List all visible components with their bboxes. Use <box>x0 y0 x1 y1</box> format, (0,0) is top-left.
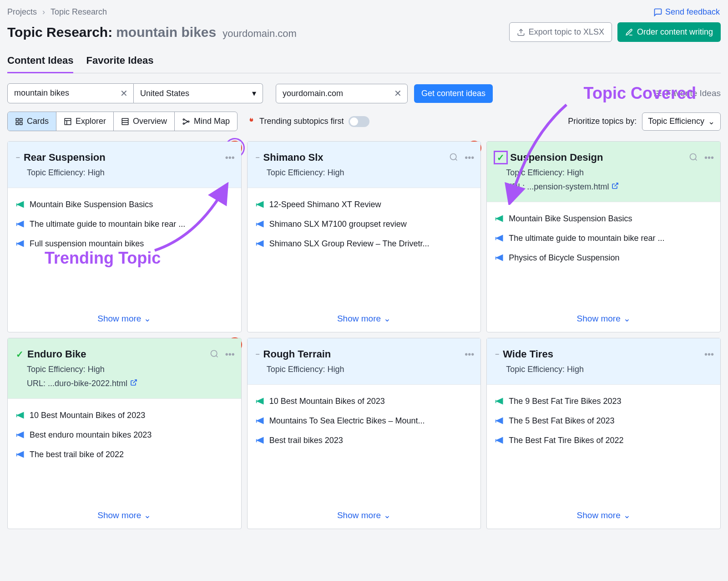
headline-text: Full suspension mountain bikes <box>30 239 144 249</box>
headline-item[interactable]: The best trail bike of 2022 <box>16 450 233 459</box>
show-more-link[interactable]: Show more ⌄ <box>256 304 473 324</box>
headline-item[interactable]: Best trail bikes 2023 <box>256 436 473 445</box>
breadcrumb-current: Topic Research <box>51 7 107 17</box>
order-label: Order content writing <box>637 27 713 37</box>
svg-line-27 <box>133 380 136 383</box>
title-query: mountain bikes <box>116 25 216 40</box>
tab-favorite-ideas[interactable]: Favorite Ideas <box>86 55 153 73</box>
megaphone-icon <box>495 397 504 406</box>
clear-topic-icon[interactable]: ✕ <box>120 88 128 99</box>
headline-item[interactable]: Shimano SLX M7100 groupset review <box>256 219 473 229</box>
svg-line-23 <box>455 159 457 161</box>
external-link-icon <box>612 182 619 192</box>
clear-domain-icon[interactable]: ✕ <box>394 88 402 99</box>
headline-item[interactable]: 10 Best Mountain Bikes of 2023 <box>256 397 473 406</box>
send-feedback-link[interactable]: Send feedback <box>653 7 720 17</box>
megaphone-icon <box>16 430 25 439</box>
svg-rect-7 <box>16 118 18 121</box>
headline-text: The 5 Best Fat Bikes of 2023 <box>509 416 614 426</box>
trending-toggle-label: Trending subtopics first <box>259 117 344 126</box>
view-overview-label: Overview <box>133 117 167 126</box>
headline-item[interactable]: Mountain Bike Suspension Basics <box>16 200 233 209</box>
chevron-down-icon: ⌄ <box>384 510 391 520</box>
view-explorer[interactable]: Explorer <box>56 112 114 131</box>
prioritize-select[interactable]: Topic Efficiency ⌄ <box>642 112 721 131</box>
headline-item[interactable]: The 9 Best Fat Tire Bikes 2023 <box>495 397 712 406</box>
show-more-link[interactable]: Show more ⌄ <box>16 501 233 520</box>
show-more-link[interactable]: Show more ⌄ <box>495 501 712 520</box>
prioritize-value: Topic Efficiency <box>648 117 704 126</box>
domain-input[interactable]: yourdomain.com ✕ <box>276 84 408 103</box>
card-body: The 9 Best Fat Tire Bikes 2023 The 5 Bes… <box>487 385 720 529</box>
more-icon[interactable]: ••• <box>704 153 714 164</box>
headline-item[interactable]: Shimano SLX Group Review – The Drivetr..… <box>256 239 473 249</box>
view-explorer-label: Explorer <box>76 117 106 126</box>
favorite-ideas-link[interactable]: Favorite Ideas <box>653 88 721 98</box>
topic-card: ✓ Enduro Bike Topic Efficiency: High URL… <box>7 338 242 529</box>
export-xlsx-button[interactable]: Export topic to XLSX <box>509 22 612 42</box>
headline-text: Best trail bikes 2023 <box>269 436 343 445</box>
show-more-link[interactable]: Show more ⌄ <box>256 501 473 520</box>
headline-item[interactable]: The 5 Best Fat Bikes of 2023 <box>495 416 712 426</box>
card-efficiency: Topic Efficiency: High <box>27 365 233 374</box>
svg-line-20 <box>184 119 188 122</box>
chevron-right-icon: › <box>42 7 45 17</box>
favorite-link-label: Favorite Ideas <box>666 88 721 98</box>
headline-text: Mountains To Sea Electric Bikes – Mount.… <box>269 416 425 426</box>
megaphone-icon <box>495 253 504 262</box>
breadcrumb-root[interactable]: Projects <box>7 7 37 17</box>
topic-input[interactable]: mountain bikes ✕ <box>7 83 134 103</box>
more-icon[interactable]: ••• <box>225 153 235 163</box>
search-icon[interactable] <box>449 153 458 164</box>
megaphone-icon <box>256 416 265 425</box>
view-cards[interactable]: Cards <box>8 112 56 131</box>
svg-point-22 <box>450 154 456 160</box>
headline-item[interactable]: Physics of Bicycle Suspension <box>495 253 712 263</box>
more-icon[interactable]: ••• <box>225 349 235 361</box>
chevron-down-icon: ⌄ <box>384 313 391 324</box>
headline-item[interactable]: Mountain Bike Suspension Basics <box>495 214 712 224</box>
headline-item[interactable]: The ultimate guide to mountain bike rear… <box>16 219 233 229</box>
headline-item[interactable]: Full suspension mountain bikes <box>16 239 233 249</box>
headline-text: The Best Fat Tire Bikes of 2022 <box>509 436 623 445</box>
chevron-down-icon: ⌄ <box>623 313 631 324</box>
headline-text: Best enduro mountain bikes 2023 <box>30 430 152 440</box>
search-icon[interactable] <box>210 349 219 361</box>
view-cards-label: Cards <box>27 117 49 126</box>
megaphone-icon <box>495 416 504 425</box>
search-icon[interactable] <box>689 153 698 164</box>
headline-item[interactable]: The ultimate guide to mountain bike rear… <box>495 234 712 243</box>
headline-item[interactable]: Mountains To Sea Electric Bikes – Mount.… <box>256 416 473 426</box>
show-more-link[interactable]: Show more ⌄ <box>495 304 712 324</box>
view-overview[interactable]: Overview <box>114 112 175 131</box>
chevron-down-icon: ⌄ <box>708 117 715 127</box>
order-content-button[interactable]: Order content writing <box>617 22 721 42</box>
trending-toggle[interactable] <box>349 116 369 127</box>
headline-text: Mountain Bike Suspension Basics <box>509 214 632 224</box>
more-icon[interactable]: ••• <box>465 153 474 164</box>
headline-item[interactable]: 10 Best Mountain Bikes of 2023 <box>16 411 233 420</box>
topic-card: – Rough Terrain Topic Efficiency: High •… <box>247 338 481 529</box>
tab-content-ideas[interactable]: Content Ideas <box>7 55 73 73</box>
view-mindmap[interactable]: Mind Map <box>175 112 237 131</box>
headline-text: 10 Best Mountain Bikes of 2023 <box>269 397 385 406</box>
card-body: Mountain Bike Suspension Basics The ulti… <box>487 202 720 332</box>
megaphone-icon <box>16 219 25 229</box>
more-icon[interactable]: ••• <box>704 349 714 360</box>
card-url[interactable]: URL: ...duro-bike-2022.html <box>27 379 233 388</box>
headline-item[interactable]: 12-Speed Shimano XT Review <box>256 200 473 209</box>
topic-card: – Shimano Slx Topic Efficiency: High •••… <box>247 141 481 332</box>
card-header: – Wide Tires Topic Efficiency: High ••• <box>487 338 720 385</box>
country-select[interactable]: United States ▾ <box>134 83 263 103</box>
get-ideas-button[interactable]: Get content ideas <box>414 84 493 103</box>
card-url[interactable]: URL: ...pension-system.html <box>506 182 712 192</box>
view-mindmap-label: Mind Map <box>194 117 230 126</box>
dash-icon: – <box>256 350 260 358</box>
headline-item[interactable]: The Best Fat Tire Bikes of 2022 <box>495 436 712 445</box>
show-more-link[interactable]: Show more ⌄ <box>16 304 233 324</box>
card-header: – Rough Terrain Topic Efficiency: High •… <box>248 338 481 385</box>
headline-item[interactable]: Best enduro mountain bikes 2023 <box>16 430 233 440</box>
headline-text: Physics of Bicycle Suspension <box>509 253 619 263</box>
chevron-down-icon: ⌄ <box>144 313 151 324</box>
more-icon[interactable]: ••• <box>465 349 474 360</box>
